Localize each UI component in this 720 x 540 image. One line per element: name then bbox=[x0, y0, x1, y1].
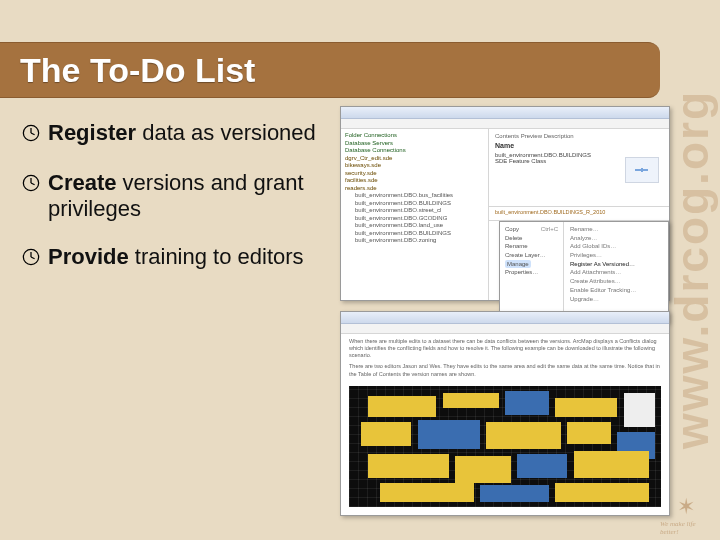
window-titlebar bbox=[341, 312, 669, 324]
brand-url: www.drcog.org bbox=[665, 90, 719, 449]
svg-line-8 bbox=[31, 257, 35, 259]
menu-item[interactable]: Delete bbox=[505, 234, 558, 243]
submenu-item[interactable]: Rename… bbox=[570, 225, 662, 234]
bullet-item: Register data as versioned bbox=[22, 120, 322, 148]
slide-title: The To-Do List bbox=[20, 51, 255, 90]
window-titlebar bbox=[341, 107, 669, 119]
context-menu-right: Rename… Analyze… Add Global IDs… Privile… bbox=[564, 222, 668, 322]
clock-icon bbox=[22, 122, 40, 148]
pane-header: Name bbox=[495, 142, 663, 149]
bullet-list: Register data as versioned Create versio… bbox=[22, 120, 322, 294]
menu-item[interactable]: Copy Ctrl+C bbox=[505, 225, 558, 234]
logo-tagline: We make life better! bbox=[660, 520, 712, 536]
svg-line-5 bbox=[31, 183, 35, 185]
window-toolbar bbox=[341, 324, 669, 334]
submenu-item[interactable]: Upgrade… bbox=[570, 295, 662, 304]
bullet-text: Provide training to editors bbox=[48, 244, 304, 270]
bullet-item: Provide training to editors bbox=[22, 244, 322, 272]
submenu-item[interactable]: Add Attachments… bbox=[570, 268, 662, 277]
window-toolbar bbox=[341, 119, 669, 129]
catalog-tree: Folder Connections Database Servers Data… bbox=[341, 129, 489, 300]
submenu-item[interactable]: Analyze… bbox=[570, 234, 662, 243]
clock-icon bbox=[22, 172, 40, 198]
logo-mark-icon: ✶ bbox=[677, 494, 695, 520]
clock-icon bbox=[22, 246, 40, 272]
submenu-item[interactable]: Create Attributes… bbox=[570, 277, 662, 286]
preview-pane: Contents Preview Description Name built_… bbox=[489, 129, 669, 207]
context-menu: Copy Ctrl+C Delete Rename Create Layer… … bbox=[499, 221, 669, 323]
arc-catalog-window: Folder Connections Database Servers Data… bbox=[340, 106, 670, 301]
sidebar-brand: www.drcog.org bbox=[664, 0, 720, 540]
screenshot-group: Folder Connections Database Servers Data… bbox=[340, 106, 670, 516]
bullet-text: Register data as versioned bbox=[48, 120, 316, 146]
conflict-text: When there are multiple edits to a datas… bbox=[341, 334, 669, 382]
path-bar: built_environment.DBO.BUILDINGS_R_2010 bbox=[489, 207, 669, 221]
menu-item[interactable]: Rename bbox=[505, 242, 558, 251]
drcog-logo: ✶ We make life better! bbox=[660, 476, 712, 536]
submenu-item[interactable]: Enable Editor Tracking… bbox=[570, 286, 662, 295]
conflict-resolution-window: When there are multiple edits to a datas… bbox=[340, 311, 670, 516]
title-band: The To-Do List bbox=[0, 42, 660, 98]
submenu-item[interactable]: Add Global IDs… bbox=[570, 242, 662, 251]
bullet-item: Create versions and grant privileges bbox=[22, 170, 322, 222]
map-preview bbox=[349, 386, 661, 507]
svg-line-2 bbox=[31, 133, 35, 135]
menu-item[interactable]: Properties… bbox=[505, 268, 558, 277]
feature-thumb-icon bbox=[625, 157, 659, 183]
menu-item[interactable]: Create Layer… bbox=[505, 251, 558, 260]
bullet-text: Create versions and grant privileges bbox=[48, 170, 322, 222]
submenu-item[interactable]: Register As Versioned… bbox=[570, 260, 662, 269]
submenu-item[interactable]: Privileges… bbox=[570, 251, 662, 260]
pane-tabs: Contents Preview Description bbox=[495, 133, 663, 139]
context-menu-left: Copy Ctrl+C Delete Rename Create Layer… … bbox=[500, 222, 564, 322]
menu-item[interactable]: Manage bbox=[505, 260, 558, 269]
